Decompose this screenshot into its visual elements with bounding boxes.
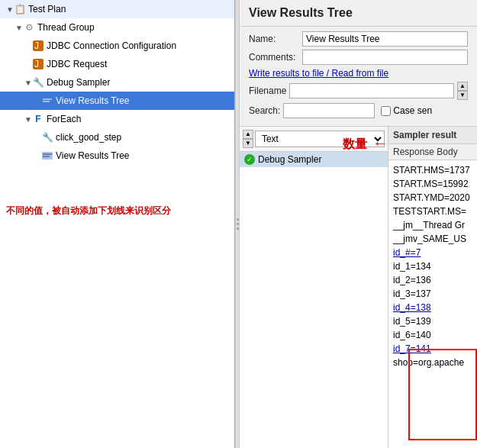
svg-rect-7 [42, 152, 53, 160]
jdbc-config-icon: J [32, 40, 44, 52]
tree-item-jdbc-conn[interactable]: J JDBC Connection Configuration [0, 37, 234, 55]
response-line: START.YMD=2020 [393, 191, 472, 205]
sampler-item[interactable]: ✓ Debug Sampler [240, 152, 388, 167]
response-line: id_6=140 [393, 328, 472, 342]
write-results-link[interactable]: Write results to file / Read from file [249, 68, 468, 79]
comments-row: Comments: [249, 50, 468, 65]
svg-text:J: J [34, 40, 39, 51]
tree-item-label: JDBC Connection Configuration [47, 40, 176, 51]
search-input[interactable] [283, 103, 375, 118]
response-line: id_4=138 [393, 301, 472, 314]
sampler-label: Debug Sampler [258, 154, 321, 165]
comments-label: Comments: [249, 52, 302, 63]
tree-item-view-results-1[interactable]: View Results Tree [0, 92, 234, 110]
checkmark-icon: ✓ [247, 156, 253, 163]
response-body-header: Response Body [388, 144, 477, 160]
tree-item-foreach[interactable]: ▼ F ForEach [0, 110, 234, 128]
svg-rect-4 [42, 97, 53, 105]
sampler-result-header: Sampler result [388, 127, 477, 144]
svg-text:J: J [34, 59, 39, 69]
divider-dot [237, 218, 239, 221]
type-dropdown[interactable]: Text RegExp Tester CSS/JQuery XPath Test… [255, 131, 385, 147]
tree-item-label: Test Plan [28, 4, 66, 15]
divider-dot [237, 223, 239, 225]
filename-label: Filename [249, 85, 286, 96]
response-line: shop=org.apache [393, 356, 472, 369]
response-body-content: START.HMS=1737START.MS=15992START.YMD=20… [388, 160, 477, 448]
tree-item-view-results-2[interactable]: View Results Tree [0, 147, 234, 165]
tree-item-click-good[interactable]: 🔧 click_good_step [0, 128, 234, 147]
tree-item-label: ForEach [47, 114, 81, 124]
response-line: __jmv_SAME_US [393, 232, 472, 246]
expand-arrow: ▼ [24, 79, 32, 87]
expand-arrow: ▼ [15, 24, 23, 32]
form-section: Name: Comments: Write results to file / … [240, 27, 477, 127]
scroll-down-btn2[interactable]: ▼ [243, 139, 253, 148]
tree-item-test-plan[interactable]: ▼ 📋 Test Plan [0, 0, 234, 18]
left-tree-panel: ▼ 📋 Test Plan ▼ ⚙ Thread Group J JDBC Co… [0, 0, 235, 448]
tree-item-label: Debug Sampler [47, 77, 110, 88]
tree-item-label: JDBC Request [47, 59, 107, 69]
scroll-down-btn[interactable]: ▼ [457, 91, 468, 100]
panel-title: View Results Tree [240, 0, 477, 27]
name-row: Name: [249, 31, 468, 47]
right-panel: View Results Tree Name: Comments: Write … [240, 0, 477, 448]
filename-row: Filename ▲ ▼ [249, 82, 468, 100]
response-line: TESTSTART.MS= [393, 205, 472, 218]
dropdown-row: ▲ ▼ Text RegExp Tester CSS/JQuery XPath … [240, 127, 388, 152]
response-line: id_2=136 [393, 273, 472, 287]
debug-sampler-icon: 🔧 [32, 76, 44, 89]
scroll-up-btn2[interactable]: ▲ [243, 130, 253, 139]
scroll-up-btn[interactable]: ▲ [457, 82, 468, 91]
tree-item-jdbc-req[interactable]: J JDBC Request [0, 55, 234, 73]
tree-item-label: View Results Tree [56, 95, 130, 106]
case-sensitive-label: Case sen [393, 105, 432, 116]
comments-input[interactable] [302, 50, 468, 65]
tree-item-label: Thread Group [37, 22, 95, 33]
search-row: Search: Case sen [249, 103, 468, 118]
sampler-list: ✓ Debug Sampler [240, 152, 388, 448]
case-sensitive: Case sen [381, 105, 432, 116]
case-sensitive-checkbox[interactable] [381, 106, 391, 116]
response-line: START.MS=15992 [393, 177, 472, 191]
test-plan-icon: 📋 [14, 3, 26, 15]
main-content: ▲ ▼ Text RegExp Tester CSS/JQuery XPath … [240, 127, 477, 448]
tree-item-debug-sampler[interactable]: ▼ 🔧 Debug Sampler [0, 73, 234, 92]
thread-group-icon: ⚙ [23, 21, 35, 34]
foreach-icon: F [32, 113, 44, 125]
jdbc-request-icon: J [32, 58, 44, 70]
divider-dot [237, 227, 239, 230]
annotation-text: 不同的值，被自动添加下划线来识别区分 [6, 201, 228, 218]
expand-arrow: ▼ [6, 5, 14, 14]
tree-item-label: click_good_step [56, 132, 121, 143]
success-indicator: ✓ [244, 154, 255, 165]
left-content: ▲ ▼ Text RegExp Tester CSS/JQuery XPath … [240, 127, 388, 448]
tree-item-label: View Results Tree [56, 150, 130, 161]
response-line: id_3=137 [393, 287, 472, 301]
view-results-tree-icon2 [41, 150, 53, 162]
scroll-arrows: ▲ ▼ [457, 82, 468, 100]
response-line: id_1=134 [393, 259, 472, 273]
filename-input[interactable] [289, 83, 454, 98]
script-icon: 🔧 [41, 131, 53, 143]
scroll-btns: ▲ ▼ [243, 130, 253, 148]
response-line: START.HMS=1737 [393, 163, 472, 177]
response-line: id_#=7 [393, 246, 472, 259]
response-line: __jm__Thread Gr [393, 218, 472, 232]
response-line: id_7=141 [393, 342, 472, 356]
expand-arrow: ▼ [24, 115, 32, 124]
response-line: id_5=139 [393, 314, 472, 328]
different-values-annotation: 不同的值，被自动添加下划线来识别区分 [6, 205, 171, 216]
search-label: Search: [249, 105, 280, 116]
tree-item-thread-group[interactable]: ▼ ⚙ Thread Group [0, 18, 234, 37]
name-label: Name: [249, 34, 302, 44]
right-content: Sampler result Response Body START.HMS=1… [388, 127, 477, 448]
name-input[interactable] [302, 31, 468, 47]
annotation-area: 不同的值，被自动添加下划线来识别区分 [0, 195, 234, 224]
view-results-tree-icon [41, 95, 53, 107]
